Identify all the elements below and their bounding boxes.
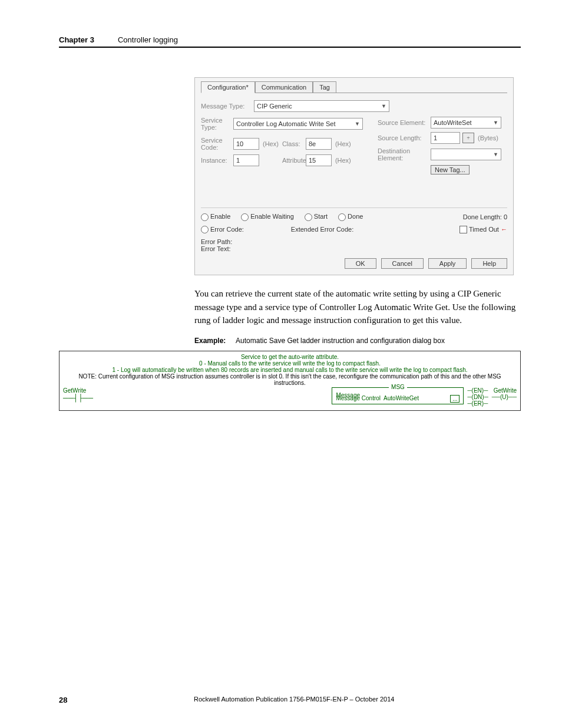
bytes-label: (Bytes) xyxy=(478,134,498,141)
done-length-value: 0 xyxy=(504,213,507,220)
done-length: Done Length: 0 xyxy=(463,213,507,220)
service-type-label: Service Type: xyxy=(201,117,233,131)
msg-control-label: Message Control xyxy=(336,395,381,401)
instance-label: Instance: xyxy=(201,157,233,164)
coil-dn: DN xyxy=(474,394,482,400)
destination-element-select[interactable]: ▼ xyxy=(431,149,501,160)
extended-error-label: Extended Error Code: xyxy=(291,226,353,233)
attribute-label: Attribute: xyxy=(282,157,306,164)
page-number: 28 xyxy=(59,696,67,704)
status-error-code: Error Code: xyxy=(201,226,244,234)
coil-column: ─(EN)─ ─(DN)─ ─(ER)─ xyxy=(467,387,488,407)
chevron-down-icon: ▼ xyxy=(493,120,498,126)
ladder-note: NOTE: Current configuration of MSG instr… xyxy=(63,373,517,386)
source-element-value: AutoWriteSet xyxy=(434,119,472,126)
service-type-value: Controller Log Automatic Write Set xyxy=(236,120,336,127)
msg-control-tag: AutoWriteGet xyxy=(384,395,419,401)
chevron-down-icon: ▼ xyxy=(493,151,498,157)
message-type-select[interactable]: CIP Generic ▼ xyxy=(254,100,389,112)
msg-title: MSG xyxy=(389,384,407,390)
enable-label: Enable xyxy=(210,213,230,220)
status-enable-waiting: Enable Waiting xyxy=(241,213,294,221)
status-icon xyxy=(201,213,209,221)
apply-button[interactable]: Apply xyxy=(428,258,467,269)
ladder-desc-1: Service to get the auto-write attribute. xyxy=(63,354,517,360)
timed-out-label: Timed Out xyxy=(469,226,499,233)
coil-unlatch: U xyxy=(502,394,506,400)
dialog-tabs: Configuration* Communication Tag xyxy=(201,81,507,93)
service-code-label: Service Code: xyxy=(201,137,233,151)
hex-label: (Hex) xyxy=(263,140,279,147)
coil-er: ER xyxy=(474,400,482,407)
service-type-select[interactable]: Controller Log Automatic Write Set ▼ xyxy=(233,118,363,130)
new-tag-button[interactable]: New Tag... xyxy=(431,165,470,174)
instance-input[interactable]: 1 xyxy=(233,154,259,166)
status-icon xyxy=(338,213,346,221)
rung-tag-left: GetWrite xyxy=(63,387,329,394)
spinner-icon[interactable]: ÷ xyxy=(462,133,474,143)
ladder-diagram: Service to get the auto-write attribute.… xyxy=(59,351,521,411)
destination-element-label: Destination Element: xyxy=(378,147,431,162)
status-enable: Enable xyxy=(201,213,230,221)
checkbox-icon xyxy=(459,226,467,233)
tab-tag[interactable]: Tag xyxy=(313,81,336,93)
hex-label: (Hex) xyxy=(335,157,351,164)
example-caption: Example: Automatic Save Get ladder instr… xyxy=(194,337,524,345)
cancel-button[interactable]: Cancel xyxy=(381,258,424,269)
chapter-label: Chapter 3 xyxy=(59,35,94,44)
done-length-label: Done Length: xyxy=(463,213,502,220)
msg-instruction: MSG Message Message Control AutoWriteGet… xyxy=(332,387,464,404)
example-label: Example: xyxy=(194,337,226,345)
timed-out[interactable]: Timed Out ← xyxy=(459,226,507,234)
start-label: Start xyxy=(314,213,328,220)
source-length-label: Source Length: xyxy=(378,134,431,141)
error-code-label: Error Code: xyxy=(210,226,244,233)
chevron-down-icon: ▼ xyxy=(355,121,360,127)
service-code-input[interactable]: 10 xyxy=(233,138,259,150)
rung-tag-right: GetWrite xyxy=(492,387,517,394)
class-label: Class: xyxy=(282,140,306,147)
status-icon xyxy=(305,213,312,221)
instance-value: 1 xyxy=(236,157,240,164)
chevron-down-icon: ▼ xyxy=(381,103,386,109)
service-code-value: 10 xyxy=(236,140,243,147)
enable-waiting-label: Enable Waiting xyxy=(250,213,294,220)
contact-icon: ──┤├── xyxy=(63,394,329,402)
attribute-value: 15 xyxy=(309,157,316,164)
message-type-value: CIP Generic xyxy=(257,103,292,110)
status-icon xyxy=(201,226,209,233)
error-text-label: Error Text: xyxy=(201,245,507,252)
msg-config-button[interactable]: ... xyxy=(450,395,459,403)
ladder-desc-3: 1 - Log will automatically be written wh… xyxy=(63,367,517,373)
status-icon xyxy=(241,213,249,221)
error-path-label: Error Path: xyxy=(201,238,507,245)
source-element-label: Source Element: xyxy=(378,119,431,126)
ladder-desc-2: 0 - Manual calls to the write service wi… xyxy=(63,360,517,367)
status-done: Done xyxy=(338,213,363,221)
body-paragraph: You can retrieve the current state of th… xyxy=(194,287,524,327)
chapter-title: Controller logging xyxy=(118,35,178,44)
attribute-input[interactable]: 15 xyxy=(306,154,332,166)
unlatch-column: GetWrite ──(U)── xyxy=(492,387,517,400)
publication-footer: Rockwell Automation Publication 1756-PM0… xyxy=(67,696,521,704)
tab-configuration[interactable]: Configuration* xyxy=(201,81,255,93)
done-label: Done xyxy=(348,213,363,220)
message-type-label: Message Type: xyxy=(201,103,254,110)
arrow-left-icon: ← xyxy=(501,226,507,233)
source-length-input[interactable]: 1 xyxy=(431,132,460,144)
ok-button[interactable]: OK xyxy=(345,258,376,269)
tab-communication[interactable]: Communication xyxy=(255,81,313,93)
hex-label: (Hex) xyxy=(335,140,351,147)
message-config-dialog: Configuration* Communication Tag Message… xyxy=(194,77,514,275)
class-input[interactable]: 8e xyxy=(306,138,332,150)
help-button[interactable]: Help xyxy=(471,258,507,269)
source-element-select[interactable]: AutoWriteSet ▼ xyxy=(431,117,501,129)
example-text: Automatic Save Get ladder instruction an… xyxy=(236,337,445,345)
source-length-value: 1 xyxy=(434,134,437,141)
status-start: Start xyxy=(305,213,328,221)
class-value: 8e xyxy=(309,140,316,147)
coil-en: EN xyxy=(474,387,482,394)
